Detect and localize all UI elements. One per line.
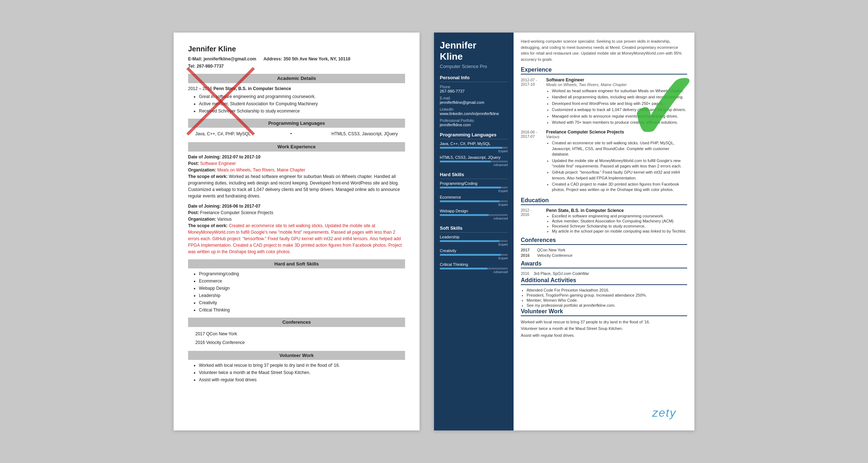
linkedin-label: LinkedIn [440, 107, 508, 111]
right-resume-wrapper: ✓ JenniferKline Computer Science Pro Per… [434, 33, 694, 430]
tel-label: Tel: [188, 64, 195, 69]
portfolio-label: Professional Portfolio [440, 119, 508, 123]
edu-bullet-3: Received Schreyer Scholarship to study e… [199, 108, 405, 114]
soft-skill-2: Creativity Expert [440, 249, 508, 260]
conf-1: 2017 QCon New York [188, 329, 405, 339]
skill-4: Leadership [199, 292, 405, 299]
portfolio-value: jenniferfkline.com [440, 123, 508, 127]
soft-skill-1: Leadership Expert [440, 235, 508, 246]
summary: Hard-working computer science specialist… [521, 38, 687, 62]
exp-details-2: Freelance Computer Science Projects Vari… [546, 129, 687, 194]
edu-entry: 2012 -2016 Penn State, B.S. in Computer … [521, 208, 687, 234]
sidebar: JenniferKline Computer Science Pro Perso… [434, 33, 514, 430]
work-block-1: Date of Joining: 2012-07 to 2017-10 Post… [188, 154, 405, 199]
address-value: 350 5th Ave New York, NY, 10118 [284, 56, 350, 61]
personal-info-label: Personal Info [440, 75, 508, 82]
prog-langs-sidebar-label: Programming Languages [440, 132, 508, 139]
zety-watermark: zety [652, 406, 676, 420]
email-value: jenniferfkline@gmail.com [204, 56, 256, 61]
phone-value: 267-980-7737 [440, 89, 508, 93]
right-resume: JenniferKline Computer Science Pro Perso… [434, 33, 694, 430]
conferences-title: Conferences [521, 237, 687, 245]
linkedin-value: www.linkedin.com/in/jenniferfkline [440, 111, 508, 116]
soft-skills-label: Soft Skills [440, 225, 508, 233]
hard-skill-2: Ecommerce Expert [440, 195, 508, 207]
awards-entry-1: 2016 3rd Place, SpOJ.com CodeWar [521, 271, 687, 276]
exp-entry-1: 2012-07 -2017-10 Software Engineer Meals… [521, 77, 687, 126]
additional-title: Additional Activities [521, 277, 687, 285]
academic-header: Academic Details [188, 74, 405, 83]
edu-dates: 2012 -2016 [521, 208, 546, 234]
skill-5: Creativity [199, 300, 405, 306]
prog-skill-1: Java, C++, C#, PHP, MySQL Expert [440, 141, 508, 153]
exp-details-1: Software Engineer Meals on Wheels, Two R… [546, 77, 687, 126]
email-value: jenniferfkline@gmail.com [440, 100, 508, 105]
awards-title: Awards [521, 260, 687, 268]
right-title: Computer Science Pro [440, 64, 508, 69]
edu-bullets-right: Excelled in software engineering and pro… [546, 214, 686, 233]
skill-6: Critical Thinking [199, 307, 405, 313]
conf-row-1: 2017 QCon New York [521, 248, 687, 252]
skills-header: Hard and Soft Skills [188, 259, 405, 269]
edu-details: Penn State, B.S. in Computer Science Exc… [546, 208, 686, 234]
left-tel-line: Tel: 267-980-7737 [188, 63, 405, 69]
edu-bullet-2: Active member, Student Association for C… [199, 101, 405, 107]
prog-skill-2: HTML5, CSS3, Javascript, JQuery Advanced [440, 155, 508, 167]
vol-1: Worked with local rescue to bring 37 peo… [199, 362, 405, 369]
conferences-header: Conferences [188, 318, 405, 327]
exp-entry-2: 2016-06 -2017-07 Freelance Computer Scie… [521, 129, 687, 194]
hard-skill-3: Webapp Design Advanced [440, 209, 508, 220]
exp-bullets-2: Created an ecommerce site to sell walkin… [546, 140, 687, 193]
tel-value: 267-980-7737 [197, 64, 224, 69]
edu-bullet-1: Great in software engineering and progra… [199, 93, 405, 100]
experience-title: Experience [521, 67, 687, 75]
edu-bullets: Great in software engineering and progra… [188, 93, 405, 114]
prog-langs-header: Programming Languages [188, 119, 405, 128]
vol-3: Assist with regular food drives [199, 377, 405, 383]
left-email-line: E-Mail: jenniferfkline@gmail.com Address… [188, 56, 405, 62]
main-content: Hard-working computer science specialist… [514, 33, 694, 430]
skills-list: Programming/coding Ecommerce Webapp Desi… [188, 271, 405, 313]
edu-dates-line: 2012 – 2016 Penn State, B.S. in Computer… [188, 85, 405, 92]
email-label: E-Mail: [188, 56, 202, 61]
soft-skill-3: Critical Thinking Advanced [440, 262, 508, 274]
exp-bullets-1: Worked as head software engineer for sub… [546, 88, 687, 125]
left-resume: Jennifer Kline E-Mail: jenniferfkline@gm… [174, 33, 420, 430]
hard-skill-1: Programming/Coding Expert [440, 181, 508, 193]
volunteer-header: Volunteer Work [188, 351, 405, 360]
exp-dates-1: 2012-07 -2017-10 [521, 77, 546, 126]
address-label: Address: [263, 56, 282, 61]
work-block-2: Date of Joining: 2016-06 to 2017-07 Post… [188, 203, 405, 255]
vol-2: Volunteer twice a month at the Maud Stre… [199, 369, 405, 376]
right-name: JenniferKline [440, 40, 508, 62]
volunteer-text: Worked with local rescue to bring 37 peo… [521, 319, 687, 339]
exp-dates-2: 2016-06 -2017-07 [521, 129, 546, 194]
education-title: Education [521, 197, 687, 205]
hard-skills-label: Hard Skills [440, 172, 508, 179]
prog-langs-row: Java, C++, C#, PHP, MySQL • HTML5, CSS3,… [188, 130, 405, 138]
volunteer-title: Volunteer Work [521, 308, 687, 316]
skill-2: Ecommerce [199, 278, 405, 284]
volunteer-list: Worked with local rescue to bring 37 peo… [188, 362, 405, 383]
conf-2: 2016 Velocity Conference [188, 339, 405, 347]
skill-1: Programming/coding [199, 271, 405, 277]
conf-row-2: 2016 Velocity Conference [521, 253, 687, 258]
additional-activities: Attended Code For Princeton Hackathon 20… [521, 288, 687, 307]
left-name: Jennifer Kline [188, 43, 405, 54]
skill-3: Webapp Design [199, 285, 405, 292]
email-label: E-mail [440, 96, 508, 100]
phone-label: Phone [440, 85, 508, 89]
work-exp-header: Work Experience [188, 142, 405, 152]
